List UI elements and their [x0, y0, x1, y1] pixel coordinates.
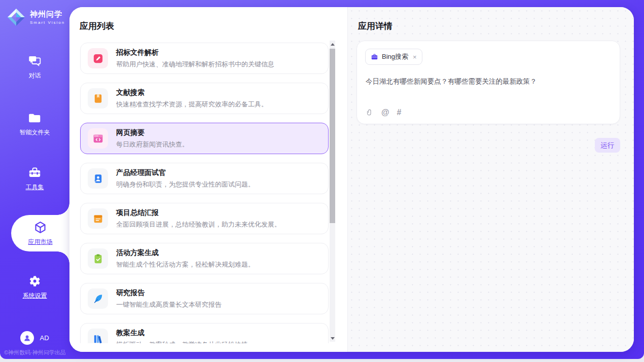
- app-list-panel: 应用列表 招标文件解析 帮助用户快速、准确地理解和解析招标书中的关键信息 文献搜…: [69, 7, 347, 352]
- app-card-name: 项目总结汇报: [116, 208, 281, 218]
- sidebar-item-toolset[interactable]: 工具集: [0, 165, 69, 192]
- chat-icon: [28, 54, 42, 68]
- tender-parse-icon: [88, 48, 108, 68]
- diamond-logo-icon: [7, 8, 26, 27]
- app-card-lesson-plan[interactable]: 教案生成 模板驱动，教案秒成，教学准备从此轻松快捷: [80, 323, 329, 343]
- app-card-desc: 全面回顾项目进展，总结经验教训，助力未来优化发展。: [116, 220, 281, 229]
- app-card-desc: 一键智能生成高质量长文本研究报告: [116, 300, 222, 309]
- app-card-activity-plan[interactable]: 活动方案生成 智能生成个性化活动方案，轻松解决规划难题。: [80, 243, 329, 274]
- sidebar-item-chat[interactable]: 对话: [0, 54, 69, 80]
- scrollbar-thumb[interactable]: [330, 49, 335, 223]
- sidebar-item-app-market[interactable]: 应用市场: [11, 215, 69, 251]
- copyright-text: ©神州数码·神州问学出品: [4, 349, 66, 356]
- app-card-desc: 帮助用户快速、准确地理解和解析招标书中的关键信息: [116, 60, 274, 69]
- sidebar-item-label: 对话: [29, 71, 41, 80]
- composer-toolbar: @#: [366, 108, 402, 117]
- tool-tag-label: Bing搜索: [382, 52, 408, 61]
- app-card-tender-parse[interactable]: 招标文件解析 帮助用户快速、准确地理解和解析招标书中的关键信息: [80, 43, 329, 74]
- person-icon: [23, 334, 31, 342]
- scroll-down-button[interactable]: [330, 335, 335, 342]
- app-window: 神州问学 Smart Vision 对话 智能文件夹 工具集 应用市场 系统设置…: [0, 0, 644, 359]
- tool-tag-bing-search[interactable]: Bing搜索 ×: [365, 49, 422, 65]
- app-card-desc: 快速精准查找学术资源，提高研究效率的必备工具。: [116, 100, 268, 109]
- brand-subtitle: Smart Vision: [30, 20, 65, 25]
- hash-icon[interactable]: #: [397, 108, 402, 117]
- avatar: [20, 331, 34, 345]
- webpage-summary-icon: [88, 128, 108, 149]
- app-card-literature-search[interactable]: 文献搜索 快速精准查找学术资源，提高研究效率的必备工具。: [80, 83, 329, 114]
- app-card-name: 产品经理面试官: [116, 168, 255, 177]
- close-icon[interactable]: ×: [413, 54, 417, 60]
- app-detail-panel: 应用详情 Bing搜索 × 今日湖北有哪些新闻要点？有哪些需要关注的最新政策？ …: [347, 7, 634, 352]
- content-area: 应用列表 招标文件解析 帮助用户快速、准确地理解和解析招标书中的关键信息 文献搜…: [69, 7, 634, 352]
- sidebar-item-label: 系统设置: [23, 292, 47, 300]
- research-report-icon: [88, 288, 108, 309]
- scroll-up-button[interactable]: [330, 41, 335, 48]
- mention-icon[interactable]: @: [381, 108, 389, 117]
- app-card-name: 研究报告: [116, 288, 222, 298]
- prompt-composer: Bing搜索 × 今日湖北有哪些新闻要点？有哪些需要关注的最新政策？ @#: [356, 41, 620, 124]
- app-card-webpage-summary[interactable]: 网页摘要 每日政府新闻资讯快查。: [80, 123, 329, 154]
- app-card-pm-interviewer[interactable]: 产品经理面试官 明确身份和职责，为您提供专业性的面试问题。: [80, 163, 329, 194]
- user-name: AD: [40, 334, 49, 342]
- sidebar-item-label: 智能文件夹: [20, 128, 50, 137]
- app-list-title: 应用列表: [80, 20, 114, 32]
- gear-icon: [28, 274, 42, 288]
- app-card-name: 招标文件解析: [116, 48, 274, 57]
- app-card-research-report[interactable]: 研究报告 一键智能生成高质量长文本研究报告: [80, 283, 329, 314]
- app-card-name: 网页摘要: [116, 128, 189, 137]
- triangle-down-icon: [331, 337, 335, 340]
- app-card-name: 活动方案生成: [116, 248, 255, 258]
- app-card-desc: 智能生成个性化活动方案，轻松解决规划难题。: [116, 260, 255, 269]
- brand-name: 神州问学: [30, 10, 65, 19]
- prompt-input[interactable]: 今日湖北有哪些新闻要点？有哪些需要关注的最新政策？: [366, 77, 612, 87]
- activity-plan-icon: [88, 248, 108, 269]
- app-card-desc: 模板驱动，教案秒成，教学准备从此轻松快捷: [116, 340, 248, 344]
- sidebar: 神州问学 Smart Vision 对话 智能文件夹 工具集 应用市场 系统设置…: [0, 0, 69, 359]
- sidebar-item-label: 工具集: [26, 183, 44, 192]
- brand: 神州问学 Smart Vision: [7, 8, 65, 27]
- toolbox-icon: [28, 165, 42, 179]
- literature-search-icon: [88, 88, 108, 108]
- app-card-name: 文献搜索: [116, 88, 268, 97]
- app-card-project-summary[interactable]: 项目总结汇报 全面回顾项目进展，总结经验教训，助力未来优化发展。: [80, 203, 329, 234]
- user-account[interactable]: AD: [0, 331, 69, 345]
- sidebar-item-smart-folder[interactable]: 智能文件夹: [0, 111, 69, 137]
- app-card-desc: 明确身份和职责，为您提供专业性的面试问题。: [116, 180, 255, 189]
- attachment-icon[interactable]: [366, 108, 374, 117]
- sidebar-item-label: 应用市场: [28, 238, 53, 246]
- sidebar-item-system-settings[interactable]: 系统设置: [0, 274, 69, 300]
- lesson-plan-icon: [88, 329, 108, 343]
- app-card-list: 招标文件解析 帮助用户快速、准确地理解和解析招标书中的关键信息 文献搜索 快速精…: [80, 43, 329, 343]
- pm-interviewer-icon: [88, 168, 108, 189]
- run-button[interactable]: 运行: [595, 138, 620, 153]
- project-summary-icon: [88, 208, 108, 229]
- app-card-desc: 每日政府新闻资讯快查。: [116, 140, 189, 149]
- app-detail-title: 应用详情: [358, 20, 392, 32]
- briefcase-icon: [371, 53, 378, 61]
- cube-icon: [33, 220, 48, 234]
- triangle-up-icon: [331, 43, 335, 46]
- folder-icon: [28, 111, 42, 125]
- app-card-name: 教案生成: [116, 329, 248, 338]
- app-list-scrollbar[interactable]: [330, 41, 335, 342]
